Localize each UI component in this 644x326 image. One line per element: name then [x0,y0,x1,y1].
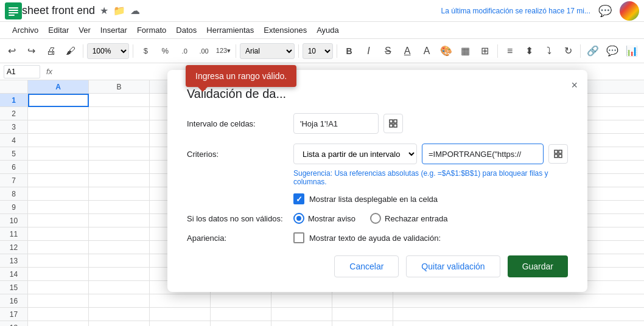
svg-rect-5 [390,120,393,123]
fill-color-button[interactable]: 🎨 [438,43,455,60]
invalid-data-label: Si los datos no son válidos: [187,214,293,223]
row-header-16[interactable]: 16 [0,294,27,308]
criterios-grid-button[interactable] [548,144,568,164]
reject-input-radio[interactable] [370,213,381,224]
menu-formato[interactable]: Formato [132,24,171,36]
borders-button[interactable]: ▦ [457,43,474,60]
italic-button[interactable]: I [360,43,377,60]
suggestion-text: Sugerencia: Usa referencias absolutas (e… [293,169,568,186]
menu-archivo[interactable]: Archivo [7,24,43,36]
corner-header [0,80,28,93]
row-header-14[interactable]: 14 [0,268,27,281]
criterios-row: Criterios: Lista a partir de un interval… [187,144,568,164]
cell-reference-input[interactable] [4,65,40,78]
avatar[interactable] [620,1,639,21]
star-icon[interactable]: ★ [100,5,108,16]
doc-title: sheet front end [22,4,95,17]
svg-rect-7 [390,124,393,127]
link-button[interactable]: 🔗 [584,43,601,60]
row-header-2[interactable]: 2 [0,107,27,120]
dialog-title: Validación de da... [187,87,568,101]
row-header-8[interactable]: 8 [0,187,27,201]
error-tooltip: Ingresa un rango válido. [186,65,296,87]
row-header-1[interactable]: 1 [0,94,27,107]
col-header-a[interactable]: A [28,80,89,93]
bold-button[interactable]: B [341,43,358,60]
row-header-5[interactable]: 5 [0,147,27,161]
row-header-3[interactable]: 3 [0,120,27,134]
svg-rect-3 [9,12,18,13]
menu-ayuda[interactable]: Ayuda [312,24,344,36]
zoom-select[interactable]: 100% [87,43,130,59]
show-warning-option[interactable]: Mostrar aviso [293,213,355,224]
row-header-18[interactable]: 18 [0,321,27,326]
menu-herramientas[interactable]: Herramientas [201,24,259,36]
text-color-button[interactable]: A [418,43,435,60]
chat-button[interactable]: 💬 [597,2,614,19]
show-warning-radio[interactable] [293,213,304,224]
reject-input-option[interactable]: Rechazar entrada [370,213,447,224]
currency-button[interactable]: $ [137,43,154,60]
intervalo-grid-button[interactable] [383,114,403,133]
undo-button[interactable]: ↩ [4,43,21,60]
guardar-button[interactable]: Guardar [508,255,568,277]
font-select[interactable]: Arial [240,43,295,59]
importrange-input[interactable] [422,144,544,164]
redo-button[interactable]: ↪ [23,43,40,60]
wrap-button[interactable]: ⤵ [541,43,558,60]
valign-button[interactable]: ⬍ [521,43,538,60]
row-header-17[interactable]: 17 [0,308,27,321]
row-header-6[interactable]: 6 [0,161,27,174]
rotate-button[interactable]: ↻ [560,43,577,60]
show-list-checkbox[interactable] [293,193,304,204]
help-text-checkbox[interactable] [293,232,304,243]
percent-button[interactable]: % [156,43,173,60]
svg-rect-12 [559,154,562,158]
reject-input-label: Rechazar entrada [385,214,447,223]
halign-button[interactable]: ≡ [502,43,519,60]
menu-editar[interactable]: Editar [43,24,74,36]
menu-ver[interactable]: Ver [74,24,96,36]
strikethrough-button[interactable]: S [379,43,396,60]
apariencia-label: Apariencia: [187,234,293,243]
row-header-11[interactable]: 11 [0,227,27,241]
row-header-10[interactable]: 10 [0,214,27,227]
print-button[interactable]: 🖨 [43,43,60,60]
row-header-9[interactable]: 9 [0,201,27,214]
chart-button[interactable]: 📊 [623,43,640,60]
toolbar-divider-5 [337,44,337,58]
intervalo-input[interactable] [293,113,379,134]
underline-button[interactable]: A [399,43,416,60]
comment-button[interactable]: 💬 [604,43,621,60]
size-select[interactable]: 10 [303,43,333,59]
menu-datos[interactable]: Datos [171,24,201,36]
show-warning-label: Mostrar aviso [308,214,355,223]
menu-extensiones[interactable]: Extensiones [259,24,312,36]
menu-insertar[interactable]: Insertar [96,24,132,36]
toolbar-divider-7 [580,44,581,58]
svg-rect-8 [394,124,397,127]
title-icons: ★ 📁 ☁ [100,5,140,16]
row-header-4[interactable]: 4 [0,134,27,147]
row-header-15[interactable]: 15 [0,281,27,294]
row-header-7[interactable]: 7 [0,174,27,187]
decimal-00-button[interactable]: .00 [195,43,212,60]
intervalo-label: Intervalo de celdas: [187,119,293,128]
folder-icon[interactable]: 📁 [113,5,125,16]
row-header-13[interactable]: 13 [0,254,27,268]
col-header-b[interactable]: B [89,80,150,93]
paint-format-button[interactable]: 🖌 [62,43,79,60]
cell-a1[interactable] [28,94,89,107]
merge-button[interactable]: ⊞ [477,43,494,60]
row-header-12[interactable]: 12 [0,241,27,254]
cell-b1[interactable] [89,94,150,107]
quitar-button[interactable]: Quitar validación [406,255,500,277]
radio-options: Mostrar aviso Rechazar entrada [293,213,447,224]
cloud-icon[interactable]: ☁ [130,5,140,16]
format-123-button[interactable]: 123▾ [215,43,232,60]
svg-rect-9 [555,150,558,153]
criterios-select[interactable]: Lista a partir de un intervalo [293,144,417,164]
decimal-0-button[interactable]: .0 [176,43,193,60]
cancel-button[interactable]: Cancelar [334,255,399,277]
dialog-close-button[interactable]: × [571,80,578,91]
